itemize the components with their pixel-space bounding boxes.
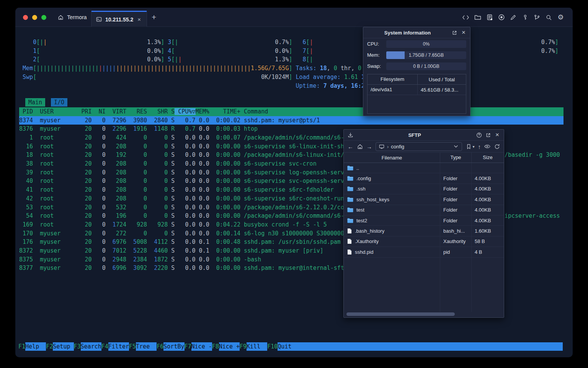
bookmark-icon[interactable] — [466, 143, 472, 150]
key-icon[interactable] — [521, 14, 529, 21]
new-tab-button[interactable]: + — [152, 13, 156, 22]
file-name-cell: .Xauthority — [344, 238, 440, 244]
function-key-button[interactable]: Tree — [136, 342, 157, 351]
cpu-meter-row: 1[ 0.0%] 4[ 0.0%] 7[| 0.7%] — [19, 47, 559, 56]
process-row[interactable]: 8376 myuser 20 0 2296 1916 1148 R 0.7 0.… — [19, 125, 258, 133]
zoom-window-button[interactable] — [41, 15, 46, 20]
show-hidden-eye-icon[interactable] — [484, 143, 490, 150]
pencil-icon[interactable] — [510, 14, 517, 21]
open-in-window-icon[interactable] — [451, 30, 457, 36]
close-window-button[interactable] — [23, 15, 28, 20]
htop-tab-io[interactable]: I/O — [51, 98, 67, 107]
sftp-titlebar: SFTP × — [344, 130, 504, 141]
tab-termora-home[interactable]: Termora — [54, 8, 90, 27]
search-icon[interactable] — [545, 14, 552, 21]
filesystem-column-header[interactable]: Filesystem — [368, 74, 418, 84]
folder-icon[interactable] — [474, 14, 481, 21]
refresh-icon[interactable] — [494, 143, 500, 150]
file-name-cell: sshd.pid — [344, 249, 440, 255]
process-row[interactable]: 8372 myuser 20 0 7012 5228 4460 S 0.0 0.… — [19, 246, 323, 255]
file-row[interactable]: .. — [344, 163, 504, 173]
minimize-window-button[interactable] — [32, 15, 37, 20]
filesystem-table: Filesystem Used / Total /dev/vda1 45.61G… — [367, 74, 466, 114]
file-name: test — [356, 207, 364, 213]
function-key-button[interactable]: Filter — [108, 342, 129, 351]
file-row[interactable]: .configFolder4.00KB — [344, 173, 504, 184]
file-size: 4 B — [471, 247, 504, 257]
close-tab-icon[interactable]: × — [137, 16, 141, 23]
chevron-down-icon[interactable] — [453, 143, 459, 150]
forward-icon[interactable]: → — [366, 143, 372, 150]
file-icon — [347, 228, 352, 234]
cpu-meter-row: 2[ 0.0%] 5[|| 1.3%] 8[| — [19, 55, 313, 64]
file-row[interactable]: .sshFolder4.00KB — [344, 184, 504, 194]
process-row[interactable]: 170 myuser 20 0 272 0 0 S 0.0 0.0 0:00.1… — [19, 229, 344, 238]
notes-icon[interactable] — [486, 14, 493, 21]
used-total-column-header[interactable]: Used / Total — [418, 77, 466, 82]
size-column-header[interactable]: Size — [471, 153, 504, 163]
function-key-button[interactable]: Quit — [278, 342, 298, 351]
close-panel-icon[interactable]: × — [461, 30, 467, 36]
htop-tab-main[interactable]: Main — [25, 98, 45, 107]
file-row[interactable]: ssh_host_keysFolder4.00KB — [344, 194, 504, 205]
horizontal-scrollbar[interactable] — [346, 312, 455, 316]
process-row[interactable]: 42 root 20 0 208 0 0 S 0.0 0.0 0:00.00 s… — [19, 194, 344, 203]
file-type: Folder — [440, 194, 471, 204]
tab-session-active[interactable]: 10.211.55.2 × — [91, 11, 147, 27]
process-row[interactable]: 39 root 20 0 208 0 0 S 0.0 0.0 0:00.00 s… — [19, 168, 344, 177]
type-column-header[interactable]: Type — [440, 153, 471, 163]
function-key-label: F9 — [240, 342, 247, 351]
process-row[interactable]: 8377 myuser 20 0 6996 3092 2220 S 0.0 0.… — [19, 264, 344, 273]
process-row[interactable]: 176 myuser 20 0 6976 5008 4112 S 0.0 0.1… — [19, 238, 341, 246]
parent-directory-icon[interactable]: ↑ — [478, 143, 481, 150]
back-icon[interactable]: ← — [348, 143, 353, 150]
process-row[interactable]: 40 root 20 0 208 0 0 S 0.0 0.0 0:00.00 s… — [19, 177, 344, 186]
metric-progress-bar: 0 B / 1.00GB — [386, 62, 466, 70]
process-row[interactable]: 16 root 20 0 208 0 0 S 0.0 0.0 0:00.00 s… — [19, 142, 344, 151]
process-row[interactable]: 8374 myuser 20 0 7296 3980 2840 S 0.7 0.… — [19, 116, 564, 125]
file-size: 4.00KB — [471, 173, 504, 183]
record-icon[interactable] — [498, 14, 505, 21]
process-row[interactable]: 8375 myuser 20 0 2948 2384 1872 S 0.0 0.… — [19, 255, 261, 264]
process-row[interactable]: 1 root 20 0 424 0 0 S 0.0 0.0 0:00.07 /p… — [19, 133, 344, 142]
command-overflow-text: /basedir -g 3000 — [505, 151, 560, 159]
path-breadcrumb[interactable]: › config — [376, 142, 462, 151]
process-row[interactable]: 54 root 20 0 196 0 0 S 0.0 0.0 0:00.00 /… — [19, 212, 344, 220]
breadcrumb-separator: › — [387, 144, 389, 150]
file-name-cell: .ssh — [344, 186, 440, 192]
filename-column-header[interactable]: Filename — [344, 155, 440, 161]
file-row[interactable]: test2Folder4.00KB — [344, 215, 504, 226]
settings-icon[interactable]: ⚙ — [557, 14, 564, 21]
process-row[interactable]: 18 root 20 0 192 0 0 S 0.0 0.0 0:00.00 /… — [19, 151, 344, 159]
home-icon[interactable] — [357, 143, 363, 150]
function-key-button[interactable]: Help — [25, 342, 46, 351]
close-panel-icon[interactable]: × — [494, 132, 500, 138]
process-row[interactable]: 38 root 20 0 208 0 0 S 0.0 0.0 0:00.00 s… — [19, 159, 317, 168]
download-icon[interactable] — [347, 132, 353, 138]
code-icon[interactable] — [462, 14, 469, 21]
open-in-window-icon[interactable] — [485, 132, 491, 138]
folder-icon — [347, 186, 353, 191]
file-row[interactable]: sshd.pidpid4 B — [344, 247, 504, 257]
file-list-empty-area — [344, 258, 504, 317]
filesystem-used-total: 45.61GB / 58.3... — [418, 87, 466, 93]
function-key-button[interactable]: SortBy — [163, 342, 184, 351]
function-key-button[interactable]: Search — [81, 342, 101, 351]
process-table-header[interactable]: PID USER PRI NI VIRT RES SHR S CPU%▽MEM%… — [19, 107, 564, 116]
process-row[interactable]: 41 root 20 0 208 0 0 S 0.0 0.0 0:00.00 s… — [19, 186, 334, 194]
bookmark-caret-icon[interactable]: ▾ — [472, 145, 474, 149]
file-row[interactable]: testFolder4.00KB — [344, 205, 504, 215]
branch-icon[interactable] — [533, 14, 541, 21]
function-key-button[interactable]: Kill — [247, 342, 267, 351]
process-row[interactable]: 169 root 20 0 1724 928 928 S 0.0 0.0 0:0… — [19, 220, 327, 229]
function-key-button[interactable]: Nice + — [219, 342, 240, 351]
file-row[interactable]: .bash_historybash_hi...1.60KB — [344, 226, 504, 236]
filesystem-row[interactable]: /dev/vda1 45.61GB / 58.3... — [368, 85, 466, 95]
help-icon[interactable] — [476, 132, 482, 138]
file-row[interactable]: .XauthorityXauthority58 B — [344, 237, 504, 247]
process-row[interactable]: 53 root 20 0 532 0 0 S 0.0 0.0 0:00.00 /… — [19, 203, 344, 212]
file-type: Folder — [440, 184, 471, 194]
function-key-button[interactable]: Setup — [53, 342, 74, 351]
function-key-button[interactable]: Nice - — [191, 342, 212, 351]
file-name: .bash_history — [355, 228, 384, 234]
